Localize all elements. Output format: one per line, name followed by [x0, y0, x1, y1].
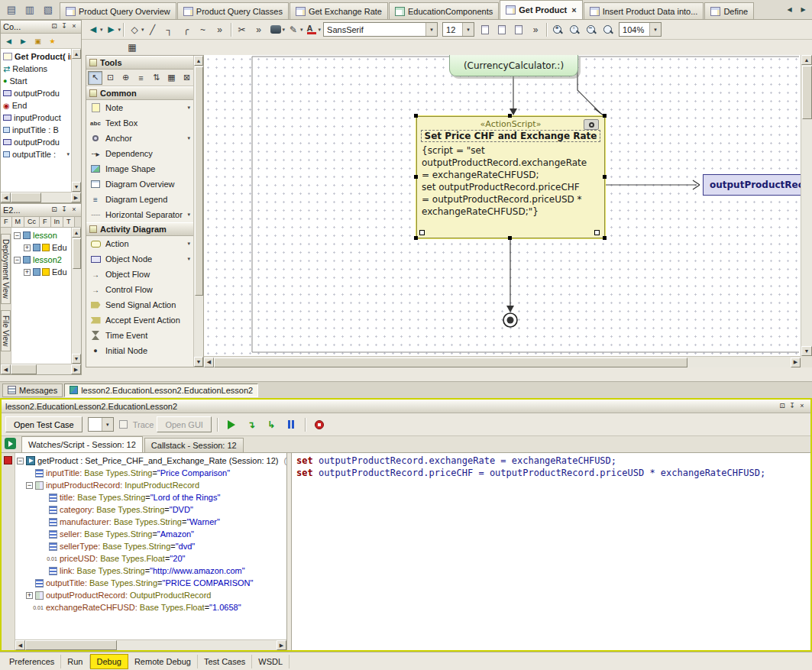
chevron-down-icon[interactable]: ▾ — [649, 23, 661, 36]
palette-item-accept-event-action[interactable]: Accept Event Action — [86, 312, 193, 328]
scrollbar-thumb[interactable] — [73, 238, 81, 269]
open-gui-button[interactable]: Open GUI — [157, 416, 212, 432]
scrollbar-thumb[interactable] — [11, 193, 41, 202]
window-layout-1-icon[interactable]: ▤ — [3, 2, 20, 18]
chevron-down-icon[interactable]: ▾ — [187, 135, 190, 141]
action-name-label[interactable]: Set Price CHF and Exchange Rate — [421, 130, 601, 142]
watch-row-sellertype[interactable]: sellerType:Base Types.String = "dvd" — [15, 540, 286, 552]
folder-icon[interactable]: ▣ — [31, 34, 44, 47]
canvas-vertical-scrollbar[interactable]: ▲ ▼ — [801, 55, 812, 356]
tab-test-cases[interactable]: Test Cases — [198, 655, 252, 668]
script-pane[interactable]: set outputProductRecord.exchangeRate = e… — [291, 453, 810, 650]
pin-icon[interactable]: ↧ — [60, 22, 69, 31]
rounded-path-icon[interactable]: ╭ — [178, 22, 195, 37]
diagram-canvas[interactable]: (CurrencyCalculator.:) «ActionScript» Se… — [204, 55, 801, 356]
palette-header-tools[interactable]: Tools — [86, 56, 193, 70]
float-panel-icon[interactable]: ⊡ — [778, 402, 787, 411]
palette-item-dependency[interactable]: ╌▸Dependency — [86, 146, 193, 161]
selection-tool-icon[interactable]: ↖ — [88, 71, 102, 85]
watch-row-inputproductrecord[interactable]: −inputProductRecord:InputProductRecord — [15, 479, 286, 491]
containment-panel-titlebar[interactable]: Co... ⊡ ↧ × — [1, 21, 81, 34]
chevron-down-icon[interactable]: ▾ — [462, 23, 474, 36]
pin-handle[interactable] — [419, 230, 425, 235]
tab-wsdl[interactable]: WSDL — [252, 655, 290, 668]
font-color-dropdown-icon[interactable]: ▾ — [319, 27, 322, 33]
scroll-right-icon[interactable]: ▶ — [71, 193, 81, 202]
palette-item-horizontal-separator[interactable]: ╌╌Horizontal Separator▾ — [86, 207, 193, 222]
tab-get-product[interactable]: Get Product× — [500, 0, 582, 19]
tab-insert-product-data[interactable]: Insert Product Data into... — [584, 2, 704, 19]
tree-item-edu[interactable]: +Edu — [11, 241, 71, 254]
curved-path-icon[interactable]: ~ — [195, 22, 212, 37]
tab-run[interactable]: Run — [61, 655, 89, 668]
scroll-up-icon[interactable]: ▲ — [72, 49, 81, 59]
chevron-down-icon[interactable]: ▾ — [187, 212, 190, 218]
layout-grid-icon[interactable]: ▦ — [124, 40, 141, 55]
scrollbar-thumb[interactable] — [802, 66, 812, 119]
scroll-down-icon[interactable]: ▼ — [194, 357, 203, 367]
tree-item-inputproductrecord[interactable]: inputProduct — [1, 112, 71, 124]
zoom-tool-icon[interactable]: ⊕ — [118, 71, 133, 85]
trace-checkbox[interactable] — [119, 420, 128, 429]
tree-item-lesson2[interactable]: −lesson2 — [11, 254, 71, 266]
scroll-down-icon[interactable]: ▼ — [801, 346, 812, 356]
watch-row-title[interactable]: title:Base Types.String = "Lord of the R… — [15, 491, 286, 503]
tab-get-exchange-rate[interactable]: Get Exchange Rate — [290, 2, 388, 19]
scroll-left-icon[interactable]: ◀ — [204, 358, 214, 367]
smart-manipulator-button[interactable] — [584, 119, 599, 130]
overflow-chevron-icon[interactable]: » — [527, 22, 544, 37]
collapse-icon[interactable]: − — [14, 232, 21, 239]
currency-calculator-note[interactable]: (CurrencyCalculator.:) — [449, 55, 578, 76]
canvas-horizontal-scrollbar[interactable]: ◀ ▶ — [204, 356, 801, 367]
e2e-horizontal-scrollbar[interactable]: ◀ ▶ — [1, 364, 81, 374]
font-size-select[interactable]: 12 ▾ — [442, 22, 474, 37]
zoom-level-select[interactable]: 104% ▾ — [619, 22, 662, 37]
selection-handle[interactable] — [603, 114, 607, 118]
overflow-chevron-icon[interactable]: » — [251, 22, 267, 37]
palette-header-activity-diagram[interactable]: Activity Diagram — [86, 222, 193, 236]
tab-product-query-overview[interactable]: Product Query Overview — [60, 2, 176, 19]
tree-item-relations[interactable]: ⇄Relations — [1, 63, 71, 75]
palette-item-diagram-overview[interactable]: Diagram Overview — [86, 176, 193, 192]
overflow-chevron-icon[interactable]: » — [212, 22, 228, 37]
scroll-tabs-left-icon[interactable]: ◀ — [783, 2, 796, 18]
breakpoint-icon[interactable] — [4, 456, 12, 464]
test-case-select[interactable]: ▾ — [88, 417, 114, 432]
watch-row-category[interactable]: category:Base Types.String = "DVD" — [15, 503, 286, 516]
scrollbar-thumb[interactable] — [25, 640, 117, 650]
tree-item-end[interactable]: ◉End — [1, 99, 71, 112]
chevron-down-icon[interactable]: ▾ — [187, 256, 190, 262]
output-product-record-node[interactable]: outputProductRecord — [703, 174, 801, 196]
paste-style-icon[interactable] — [493, 22, 510, 37]
containment-vertical-scrollbar[interactable]: ▲ ▼ — [71, 49, 81, 192]
scrollbar-thumb[interactable] — [214, 358, 687, 367]
tree-item-edu2[interactable]: +Edu — [11, 266, 71, 278]
mini-tab[interactable]: In — [51, 217, 64, 227]
scroll-left-icon[interactable]: ◀ — [1, 364, 11, 374]
stop-session-icon[interactable] — [311, 417, 328, 432]
scroll-up-icon[interactable]: ▲ — [801, 55, 812, 65]
mini-tab[interactable]: T — [63, 217, 75, 227]
pause-icon[interactable] — [283, 417, 299, 432]
shape-tool-icon[interactable]: ◇ — [126, 22, 143, 37]
scroll-right-icon[interactable]: ▶ — [71, 364, 81, 374]
collapse-icon[interactable]: − — [26, 482, 33, 489]
zoom-region-icon[interactable]: ▫ — [566, 22, 583, 37]
selection-handle[interactable] — [414, 114, 418, 118]
mini-tab[interactable]: M — [12, 217, 25, 227]
selection-handle[interactable] — [508, 114, 512, 118]
window-layout-2-icon[interactable]: ▥ — [21, 2, 38, 18]
debugger-titlebar[interactable]: lesson2.EducationLesson2.EducationLesson… — [2, 400, 810, 413]
tab-deployment-view[interactable]: Deployment View — [1, 234, 11, 304]
watch-row-inputtitle[interactable]: inputTitle:Base Types.String = "Price Co… — [15, 467, 286, 479]
goto-current-icon[interactable] — [5, 438, 16, 449]
tab-preferences[interactable]: Preferences — [3, 655, 61, 668]
tab-file-view[interactable]: File View — [1, 310, 11, 351]
expand-icon[interactable]: + — [26, 592, 33, 599]
grid-tool-icon[interactable]: ▦ — [164, 71, 179, 85]
palette-item-action[interactable]: Action▾ — [86, 236, 193, 251]
tree-item-get-product[interactable]: Get Product( inpu — [1, 50, 71, 63]
palette-item-send-signal-action[interactable]: Send Signal Action — [86, 297, 193, 312]
selection-handle[interactable] — [603, 175, 607, 179]
favorite-star-icon[interactable]: ★ — [46, 34, 59, 47]
